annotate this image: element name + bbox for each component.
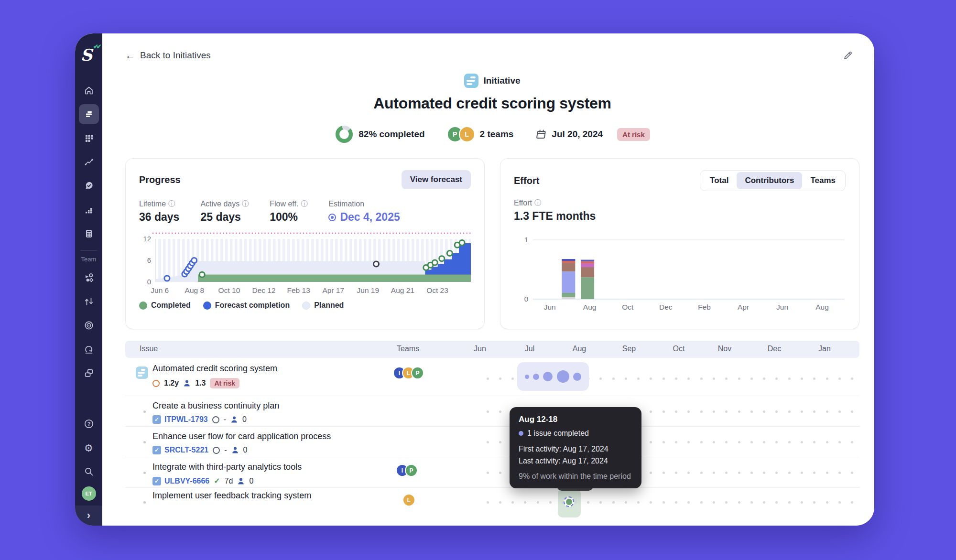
info-icon[interactable]: ⓘ — [242, 200, 249, 208]
table-row[interactable]: Create a business continuity plan ✓ITPWL… — [125, 396, 859, 427]
timeline-dot — [725, 501, 728, 504]
tooltip-work-share: 9% of work within the time period — [519, 472, 632, 481]
info-icon[interactable]: ⓘ — [301, 200, 307, 208]
tab-teams[interactable]: Teams — [802, 172, 844, 189]
done-check-icon: ✓ — [214, 476, 220, 485]
timeline-dot — [511, 501, 514, 504]
timeline-dot — [725, 441, 728, 443]
issue-title[interactable]: Integrate with third-party analytics too… — [152, 462, 302, 472]
timeline-dot — [826, 441, 828, 443]
timeline-dot — [788, 472, 791, 474]
timeline-dot — [838, 441, 841, 443]
timeline-dot — [750, 501, 753, 504]
svg-text:Aug 8: Aug 8 — [185, 286, 205, 294]
tab-contributors[interactable]: Contributors — [737, 172, 802, 189]
timeline-dot — [675, 501, 677, 504]
activity-dot — [557, 370, 569, 383]
timeline-dot — [499, 472, 501, 474]
sidebar-item-settings[interactable]: ⚙ — [79, 438, 99, 458]
sidebar-item-metrics[interactable] — [79, 200, 99, 220]
timeline-dot — [612, 501, 615, 504]
sidebar-item-goals[interactable] — [79, 315, 99, 335]
svg-text:Apr 17: Apr 17 — [322, 286, 344, 294]
issue-key-link[interactable]: ✓ITPWL-1793 — [152, 415, 208, 424]
sidebar-item-apps[interactable] — [79, 128, 99, 148]
edit-button[interactable] — [842, 50, 854, 63]
user-avatar[interactable]: ET — [82, 486, 96, 501]
person-icon — [231, 446, 239, 454]
timeline-dot — [725, 472, 728, 474]
timeline-dot — [675, 441, 677, 443]
svg-text:Feb: Feb — [698, 303, 711, 311]
contributors-count: 0 — [242, 415, 247, 424]
issue-title[interactable]: Automated credit scoring system — [152, 364, 277, 374]
info-icon[interactable]: ⓘ — [534, 199, 541, 207]
sidebar-item-help[interactable]: ? — [79, 414, 99, 434]
completed-stat: 82% completed — [358, 129, 424, 140]
info-icon[interactable]: ⓘ — [168, 200, 175, 208]
timeline-dot — [838, 377, 841, 380]
issue-age: 1.2y — [164, 379, 179, 388]
timeline-dot — [750, 377, 753, 380]
sidebar-expand-button[interactable]: › — [75, 506, 102, 526]
issue-title[interactable]: Create a business continuity plan — [152, 401, 279, 411]
svg-text:?: ? — [87, 421, 90, 427]
estimation-date[interactable]: Dec 4, 2025 — [340, 211, 400, 224]
back-arrow-icon: ← — [125, 50, 135, 61]
sidebar-item-work-shapes[interactable] — [79, 268, 99, 288]
timeline-dot — [650, 501, 652, 504]
svg-text:Dec 12: Dec 12 — [252, 286, 275, 294]
timeline-dot — [537, 501, 539, 504]
timeline-dot — [487, 472, 489, 474]
timeline-dot — [775, 377, 778, 380]
sidebar-item-trends[interactable] — [79, 152, 99, 172]
timeline-dot — [851, 441, 853, 443]
timeline-dot — [750, 472, 753, 474]
contributors-count: 0 — [243, 446, 248, 454]
dartboard-icon — [84, 320, 94, 331]
col-month: Aug — [570, 345, 589, 353]
activity-highlight-pill[interactable] — [517, 362, 589, 391]
cycle-time-icon — [152, 380, 160, 387]
timeline-dot — [713, 441, 715, 443]
initiative-type-icon — [464, 74, 478, 88]
stat-flow-eff: Flow eff.ⓘ 100% — [270, 200, 307, 224]
timeline-dot — [763, 501, 765, 504]
cycle-time-icon — [213, 447, 220, 454]
timeline-dot — [788, 501, 791, 504]
sidebar-item-home[interactable] — [79, 80, 99, 100]
row-bullet — [143, 410, 146, 413]
avatar-team-l: L — [402, 494, 415, 506]
issue-key-link[interactable]: ✓ULBVY-6666 — [152, 477, 209, 485]
back-to-initiatives-link[interactable]: ← Back to Initiatives — [125, 50, 211, 61]
sidebar-item-sprints[interactable] — [79, 339, 99, 359]
tooltip-last-activity: Last activity: Aug 17, 2024 — [519, 455, 632, 466]
table-row[interactable]: Integrate with third-party analytics too… — [125, 457, 859, 488]
initiatives-icon — [84, 109, 94, 119]
table-row[interactable]: Implement user feedback tracking system … — [125, 488, 859, 518]
timeline-dot — [499, 377, 501, 380]
timeline-dot — [826, 501, 828, 504]
tab-total[interactable]: Total — [702, 172, 737, 189]
table-row[interactable]: Enhance user flow for card application p… — [125, 427, 859, 457]
sidebar-item-calculator[interactable] — [79, 224, 99, 244]
row-teams: L — [402, 494, 415, 506]
table-row[interactable]: Automated credit scoring system 1.2y 1.3… — [125, 360, 859, 396]
help-icon: ? — [84, 419, 94, 429]
sidebar-item-pull-requests[interactable] — [79, 291, 99, 312]
swarmia-logo[interactable]: S ✔✔ — [81, 44, 97, 69]
sidebar-item-boards[interactable] — [79, 363, 99, 383]
issue-title[interactable]: Enhance user flow for card application p… — [152, 431, 331, 442]
sidebar-item-feedback[interactable] — [79, 176, 99, 196]
sidebar-item-initiatives[interactable] — [79, 104, 99, 124]
timeline-dot — [599, 501, 602, 504]
view-forecast-button[interactable]: View forecast — [402, 170, 471, 189]
issue-title[interactable]: Implement user feedback tracking system — [152, 491, 311, 501]
timeline-dot — [487, 377, 489, 380]
issue-key-link[interactable]: ✓SRCLT-5221 — [152, 446, 208, 454]
sidebar-item-search[interactable] — [79, 462, 99, 482]
avatar-team-p: P — [411, 366, 424, 379]
row-teams: I L P — [393, 366, 424, 379]
col-issue: Issue — [140, 345, 158, 353]
timeline-dot — [675, 410, 677, 413]
